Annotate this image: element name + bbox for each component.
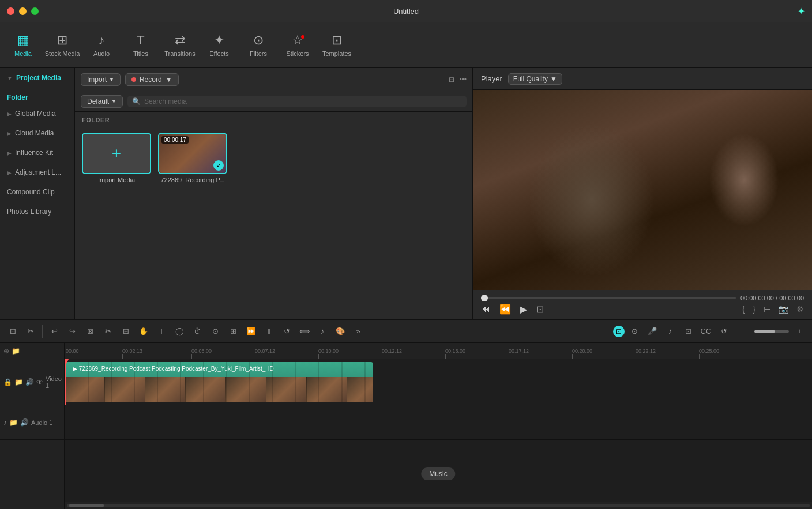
toolbar-templates[interactable]: ⊡ Templates [318,25,355,65]
video-track-mute-icon[interactable]: 🔊 [25,378,34,386]
audio-track-folder-icon[interactable]: 📁 [9,418,18,427]
quality-select[interactable]: Full Quality ▼ [508,73,562,85]
redo-button[interactable]: ↪ [64,323,80,340]
audio-button[interactable]: ♪ [314,323,330,340]
toolbar-stickers[interactable]: ☆ Stickers [279,25,316,65]
filter-icon[interactable]: ⊟ [449,76,454,84]
stock-media-icon: ⊞ [57,33,67,48]
grid-button[interactable]: ⊞ [225,323,241,340]
cut-button[interactable]: ✂ [100,323,116,340]
add-icon: + [112,144,121,163]
add-track-button[interactable]: ⊕ [3,347,9,355]
pan-button[interactable]: ✋ [136,323,152,340]
toolbar-transitions[interactable]: ⇄ Transitions [161,25,198,65]
record-arrow-icon: ▼ [166,76,172,84]
import-arrow-icon: ▼ [109,77,114,82]
mark-out-icon[interactable]: } [753,304,755,314]
default-view-button[interactable]: Default ▼ [81,95,123,108]
progress-bar[interactable] [481,297,736,299]
speed-button[interactable]: ⏩ [243,323,259,340]
sidebar-item-cloud-media[interactable]: ▶ Cloud Media [0,123,74,143]
video-clip[interactable]: ▶ 722869_Recording Podcast Podcasting Po… [65,362,373,402]
toolbar-effects[interactable]: ✦ Effects [201,25,238,65]
record-button[interactable]: Record ▼ [125,73,179,86]
toolbar-media[interactable]: ▦ Media [5,25,42,65]
subtitle-button[interactable]: CC [698,323,714,340]
play-button[interactable]: ▶ [520,304,527,315]
close-button[interactable] [7,7,14,15]
sidebar-item-photos-library[interactable]: Photos Library [0,202,74,221]
sidebar-item-global-media[interactable]: ▶ Global Media [0,104,74,123]
export-button[interactable]: ⊡ [680,323,696,340]
sidebar-item-influence-kit[interactable]: ▶ Influence Kit [0,143,74,163]
toolbar-titles[interactable]: T Titles [122,25,159,65]
screenshot-icon[interactable]: 📷 [779,304,788,314]
toolbar-audio[interactable]: ♪ Audio [83,25,120,65]
media-panel: Import ▼ Record ▼ ⊟ ••• Default ▼ 🔍 Sear… [75,68,473,319]
color-button[interactable]: 🎨 [332,323,348,340]
more-options-icon[interactable]: ••• [459,76,467,84]
video-media-item[interactable]: 00:00:17 ✓ 722869_Recording P... [158,133,227,183]
toolbar-stock-media[interactable]: ⊞ Stock Media [44,25,81,65]
right-btn-1[interactable]: ⊙ [626,323,642,340]
scrollbar-track[interactable] [67,504,810,507]
video-track-lock-icon[interactable]: 🔒 [3,378,12,386]
freeze-button[interactable]: ⏸ [261,323,277,340]
traffic-lights [7,7,39,15]
ruler-tick-9: 00:22:12 [636,348,656,359]
fullscreen-button[interactable]: ⊡ [536,304,544,315]
maximize-button[interactable] [31,7,39,15]
toolbar-effects-label: Effects [209,50,228,57]
record-label: Record [140,76,162,84]
minimize-button[interactable] [19,7,27,15]
video-media-thumb: 00:00:17 ✓ [158,133,227,174]
delete-button[interactable]: ⊠ [82,323,98,340]
progress-handle[interactable] [481,295,488,301]
toolbar-filters[interactable]: ⊙ Filters [240,25,277,65]
sidebar-item-compound-clip[interactable]: Compound Clip [0,182,74,202]
rotate-button[interactable]: ↺ [279,323,295,340]
sidebar-item-project-media[interactable]: ▼ Project Media [0,68,74,88]
titlebar: Untitled ✦ [0,0,812,22]
ruler-tick-10: 00:25:00 [699,348,719,359]
split-icon[interactable]: ⊢ [764,304,770,314]
video-track-folder-icon[interactable]: 📁 [14,378,23,386]
more-button[interactable]: » [350,323,366,340]
text-button[interactable]: T [153,323,170,340]
crop-button[interactable]: ⊞ [118,323,134,340]
flip-button[interactable]: ⟺ [296,323,313,340]
playhead[interactable] [65,359,66,405]
loop-button[interactable]: ↺ [716,323,732,340]
timeline-main: 00:00 00:02:13 00:05:00 00:07:12 00:10:0… [65,343,812,509]
zoom-in-button[interactable]: + [791,323,807,340]
music-button[interactable]: ♪ [662,323,678,340]
video-track-eye-icon[interactable]: 👁 [36,378,43,386]
folder-section-label: FOLDER [75,112,472,126]
step-back-button[interactable]: ⏪ [499,304,511,315]
music-button[interactable]: Music [421,467,455,480]
voice-button[interactable]: 🎤 [644,323,660,340]
scrollbar-thumb[interactable] [69,504,104,507]
sidebar-folder-label[interactable]: Folder [0,88,74,104]
zoom-out-button[interactable]: − [736,323,752,340]
settings-icon[interactable]: ⚙ [796,304,804,314]
import-media-item[interactable]: + Import Media [82,133,151,183]
select-tool-button[interactable]: ⊡ [5,323,21,340]
shape-button[interactable]: ◯ [171,323,187,340]
import-media-thumb: + [82,133,151,174]
folder-track-button[interactable]: 📁 [12,347,20,355]
import-button[interactable]: Import ▼ [81,73,121,86]
trim-tool-button[interactable]: ✂ [22,323,39,340]
audio-track-mute-icon[interactable]: 🔊 [20,418,29,427]
zoom-slider[interactable] [754,330,789,333]
sidebar-item-adjustment[interactable]: ▶ Adjustment L... [0,163,74,182]
default-arrow-icon: ▼ [111,99,116,104]
undo-button[interactable]: ↩ [46,323,62,340]
clip-label: ▶ 722869_Recording Podcast Podcasting Po… [69,364,277,373]
timer-button[interactable]: ⏱ [189,323,205,340]
mark-in-icon[interactable]: { [742,304,745,314]
time-total: / 00:00:00 [776,295,804,301]
mask-button[interactable]: ⊙ [207,323,223,340]
ruler-tick-2: 00:05:00 [191,348,212,359]
rewind-button[interactable]: ⏮ [481,304,490,314]
